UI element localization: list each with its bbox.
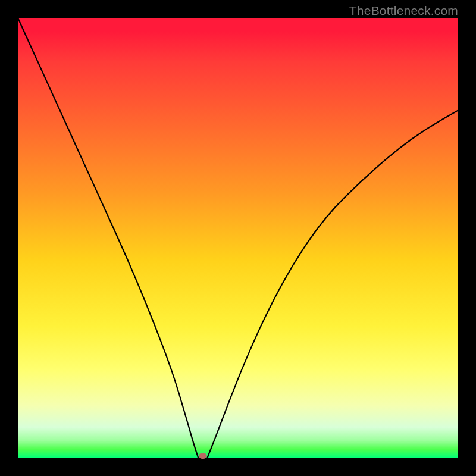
curve-layer — [18, 18, 458, 458]
minimum-marker — [199, 453, 207, 459]
curve-left-branch — [18, 18, 198, 458]
chart-frame: TheBottleneck.com — [0, 0, 476, 476]
curve-right-branch — [207, 110, 458, 458]
plot-area — [18, 18, 458, 458]
watermark-text: TheBottleneck.com — [349, 4, 458, 18]
